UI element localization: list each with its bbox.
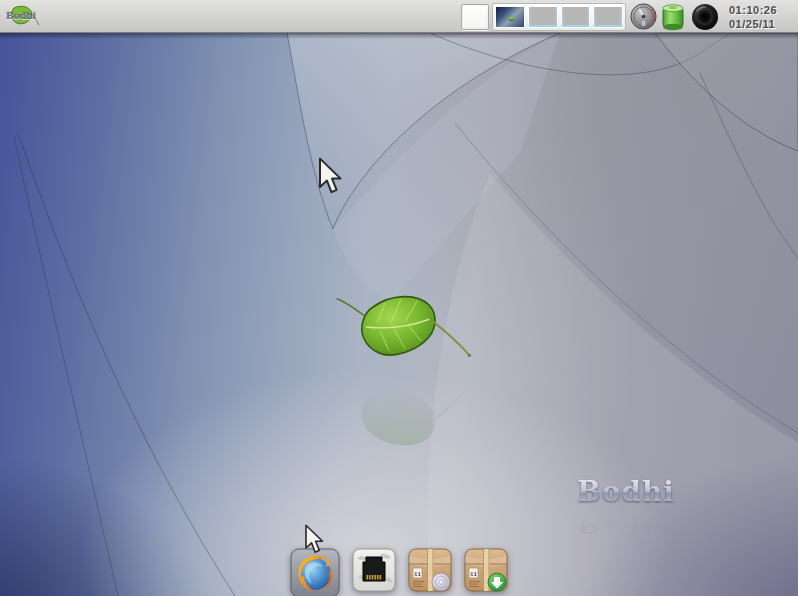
ibox-widget[interactable]: [461, 4, 489, 30]
pager-desktop-4[interactable]: [593, 6, 623, 28]
pager-desktop-1-active[interactable]: [495, 6, 525, 28]
cpufreq-value-label: 0: [642, 20, 646, 27]
dock-item-package-updater[interactable]: 11: [464, 548, 508, 592]
wallpaper-bodhi-logo-reflection: Bodhi: [577, 507, 675, 537]
speaker-icon: [691, 3, 719, 31]
bodhi-desktop-screen: Bodhi Bodhi Bodhi: [0, 0, 798, 596]
cpufreq-gauge-gadget[interactable]: 0: [630, 3, 657, 34]
pager-desktop-3[interactable]: [561, 6, 591, 28]
top-shelf-panel: Bodhi: [0, 0, 798, 33]
dock-item-firefox[interactable]: [290, 548, 340, 596]
desktop-wallpaper: Bodhi Bodhi: [0, 33, 798, 596]
bodhi-leaf-wallpaper-icon: [333, 289, 475, 373]
package-disc-icon: 11: [408, 548, 452, 592]
start-button-label: Bodhi: [6, 11, 36, 21]
virtual-desktop-pager: [492, 3, 626, 31]
clock-time: 01:10:26: [729, 3, 777, 17]
clock-gadget[interactable]: 01:10:26 01/25/11: [729, 3, 777, 31]
package-download-icon: 11: [464, 548, 508, 592]
engage-dock: 11: [290, 548, 508, 596]
mixer-volume-gadget[interactable]: [691, 3, 719, 35]
ethernet-network-icon: [352, 548, 396, 592]
clock-date: 01/25/11: [729, 17, 777, 31]
wallpaper-swirl-pattern: [0, 33, 798, 596]
package-label-number: 11: [470, 571, 478, 578]
wallpaper-bodhi-logo-text: Bodhi: [577, 477, 675, 507]
battery-full-icon: [660, 2, 686, 31]
dock-item-package-manager[interactable]: 11: [408, 548, 452, 592]
speedometer-gauge-icon: 0: [630, 3, 657, 30]
dock-item-network[interactable]: [352, 548, 396, 592]
pager-desktop-2[interactable]: [528, 6, 558, 28]
bodhi-start-menu-button[interactable]: Bodhi: [4, 4, 40, 30]
battery-gadget[interactable]: [660, 2, 686, 35]
bodhi-leaf-reflection: [333, 369, 475, 453]
package-label-number: 11: [414, 571, 422, 578]
firefox-browser-icon: [290, 548, 340, 596]
